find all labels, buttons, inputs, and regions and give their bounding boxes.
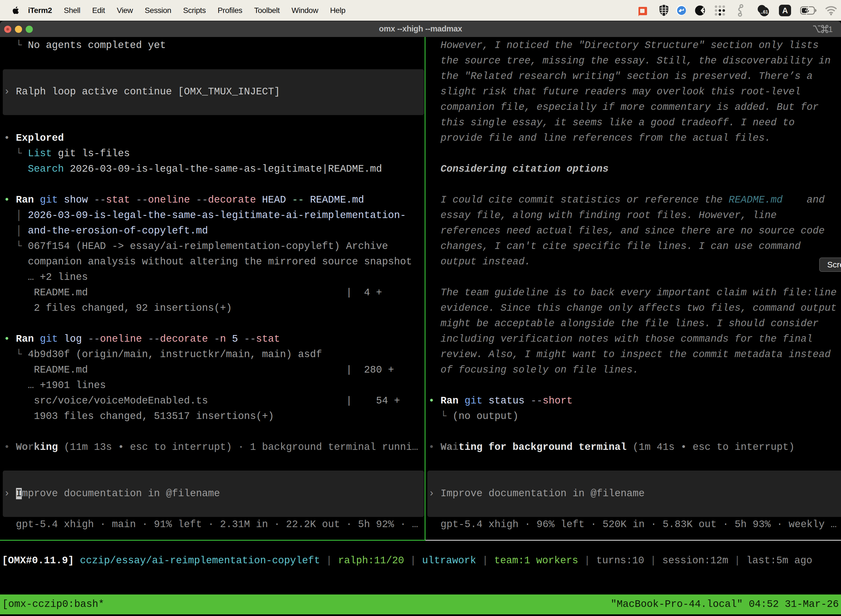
svg-text:..61: ..61 (761, 9, 768, 15)
svg-text:1: 1 (828, 25, 833, 34)
svg-text:A: A (782, 6, 788, 15)
